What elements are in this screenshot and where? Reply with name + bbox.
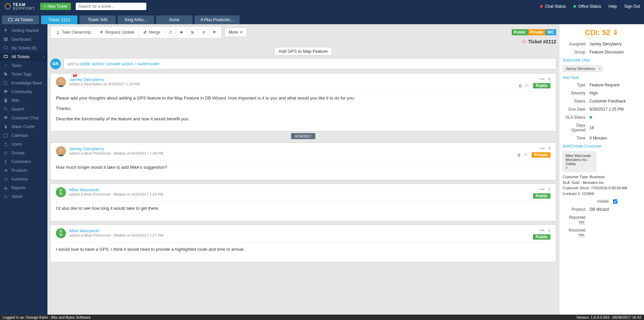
request-update-button[interactable]: Request Update xyxy=(95,28,139,37)
status-value[interactable]: Customer Feedback xyxy=(589,99,626,104)
comment-author[interactable]: Mike Wazowski xyxy=(69,187,163,192)
sidebar-item-community[interactable]: Community xyxy=(0,87,47,96)
chat-status-indicator[interactable]: Chat Status xyxy=(540,4,566,9)
comment-author[interactable]: Mike Wazowski xyxy=(69,228,163,233)
sidebar-item-label: Knowledge Base xyxy=(11,81,42,85)
avatar xyxy=(56,146,66,156)
signout-link[interactable]: Sign Out xyxy=(624,4,640,9)
cloud-icon[interactable] xyxy=(524,83,530,88)
remove-customer-icon[interactable]: × xyxy=(566,166,568,170)
svg-point-17 xyxy=(59,148,63,152)
sidebar-item-ticket-tags[interactable]: Ticket Tags xyxy=(0,70,47,79)
tag-icon xyxy=(3,72,8,77)
sidebar-item-customer-chat[interactable]: Customer Chat xyxy=(0,114,47,122)
comment-body: I'd also like to see how long it would t… xyxy=(56,205,550,212)
svg-point-8 xyxy=(4,152,5,153)
monitor-icon xyxy=(3,54,8,59)
tab-ticket-545[interactable]: Ticket: 545 xyxy=(79,15,116,24)
sidebar-item-label: Getting Started xyxy=(11,28,39,33)
customer-chip[interactable]: Mike Wazowski Monsters Inc - Dallas × xyxy=(563,151,596,172)
sidebar-item-getting-started[interactable]: Getting Started xyxy=(0,26,47,35)
visible-checkbox[interactable] xyxy=(613,199,617,204)
sidebar-item-label: Community xyxy=(11,89,32,94)
due-date-value[interactable]: 9/30/2017 1:25 PM xyxy=(589,107,623,112)
sidebar-item-knowledge-base[interactable]: Knowledge Base xyxy=(0,79,47,87)
comment-menu-icon[interactable]: ••• xyxy=(540,187,545,192)
take-ownership-button[interactable]: Take Ownership xyxy=(52,28,95,37)
arrow-down-icon: ⇓ xyxy=(612,28,618,37)
sidebar-item-users[interactable]: Users xyxy=(0,140,47,149)
help-link[interactable]: Help xyxy=(609,4,617,9)
sidebar-item-dashboard[interactable]: Dashboard xyxy=(0,35,47,44)
sidebar-item-reports[interactable]: Reports xyxy=(0,184,47,192)
svg-point-14 xyxy=(180,31,182,33)
comment-menu-icon[interactable]: ••• xyxy=(540,146,545,151)
sidebar-item-label: Search xyxy=(11,107,24,112)
book-icon xyxy=(3,81,8,85)
search-input[interactable] xyxy=(76,3,146,10)
merge-button[interactable]: Merge xyxy=(139,28,165,37)
add-task-link[interactable]: Add Task xyxy=(563,75,641,80)
record-button[interactable] xyxy=(176,28,187,36)
add-action-input[interactable]: add a public action / private action / w… xyxy=(64,58,556,69)
sidebar-item-tasks[interactable]: Tasks xyxy=(0,61,47,70)
app-header: TEAMSUPPORT +New Ticket Chat Status Offi… xyxy=(0,0,644,13)
comment-menu-icon[interactable]: ••• xyxy=(540,228,545,233)
sidebar-item-products[interactable]: Products xyxy=(0,166,47,175)
comment-menu-icon[interactable]: ••• xyxy=(540,77,545,82)
flag-button[interactable] xyxy=(209,28,220,36)
comment-meta: added a Description on 6/24/2017 1:24 PM xyxy=(69,82,140,86)
dash-icon xyxy=(3,37,8,42)
type-value[interactable]: Feature Request xyxy=(589,83,619,87)
sidebar-item-inventory[interactable]: Inventory xyxy=(0,175,47,184)
svg-point-10 xyxy=(5,160,7,162)
status-tag-private[interactable]: Private xyxy=(528,29,545,35)
sidebar-item-admin[interactable]: Admin xyxy=(0,192,47,201)
sidebar-item-label: Reports xyxy=(11,186,26,190)
remove-subscriber-icon[interactable]: × xyxy=(598,67,601,71)
office-status-indicator[interactable]: Office Status xyxy=(573,4,601,9)
comment-author[interactable]: Jamey Derryberry xyxy=(69,146,163,151)
visibility-badge: Private xyxy=(532,152,550,158)
product-value[interactable]: DB Wizard xyxy=(589,207,609,212)
sidebar-item-calendar[interactable]: Calendar xyxy=(0,131,47,140)
inv-icon xyxy=(3,177,8,182)
comment-author[interactable]: Jamey Derryberry xyxy=(69,77,140,82)
assigned-value[interactable]: Jamey Derryberry xyxy=(589,42,621,46)
sidebar-item-search[interactable]: Search xyxy=(0,105,47,114)
sidebar-item-label: All Tickets xyxy=(11,54,30,59)
tab-ticket-2112[interactable]: Ticket: 2112 xyxy=(41,15,77,24)
subscriber-chip[interactable]: Jamey Derryberry× xyxy=(563,65,603,72)
group-value[interactable]: Feature Discussion xyxy=(589,50,624,54)
tab-acme[interactable]: Acme xyxy=(156,15,192,24)
tab-king-arthu-[interactable]: King Arthu... xyxy=(118,15,154,24)
sidebar-item-my-tickets-9-[interactable]: My Tickets (9) xyxy=(0,44,47,52)
status-tag-public[interactable]: Public xyxy=(512,29,528,35)
sidebar-item-groups[interactable]: Groups xyxy=(0,149,47,157)
new-ticket-button[interactable]: +New Ticket xyxy=(40,3,71,10)
tab-all-tickets[interactable]: All Tickets xyxy=(2,15,39,24)
severity-value[interactable]: High xyxy=(589,91,598,95)
comment-index: 1 xyxy=(548,228,550,233)
svg-point-12 xyxy=(7,172,7,172)
sidebar-item-label: Dashboard xyxy=(11,37,31,42)
subscribe-user-link[interactable]: Subscribe User xyxy=(563,58,641,63)
refresh-button[interactable] xyxy=(165,28,176,36)
sidebar-item-label: Ticket Tags xyxy=(11,72,32,77)
add-customer-link[interactable]: Add/Create Customer xyxy=(563,144,641,149)
list-button[interactable] xyxy=(198,28,209,36)
current-user-avatar: GK xyxy=(50,58,61,69)
cust-icon xyxy=(3,159,8,164)
ticket-id-label: Ticket #2112 xyxy=(50,39,556,44)
ticket-title-input[interactable]: Add GPS to Map Feature xyxy=(274,47,332,55)
tab-a-plus-productio-[interactable]: A Plus Productio... xyxy=(194,15,240,24)
vote-count: 0 xyxy=(519,83,522,88)
sidebar-item-all-tickets[interactable]: All Tickets xyxy=(0,52,47,61)
cloud-icon[interactable] xyxy=(523,153,529,157)
rss-button[interactable] xyxy=(187,28,198,36)
status-tag-wc[interactable]: WC xyxy=(545,29,556,35)
sidebar-item-customers[interactable]: Customers xyxy=(0,157,47,166)
sidebar-item-wiki[interactable]: Wiki xyxy=(0,96,47,105)
sidebar-item-water-cooler[interactable]: Water Cooler xyxy=(0,122,47,131)
more-dropdown[interactable]: More xyxy=(224,28,247,37)
